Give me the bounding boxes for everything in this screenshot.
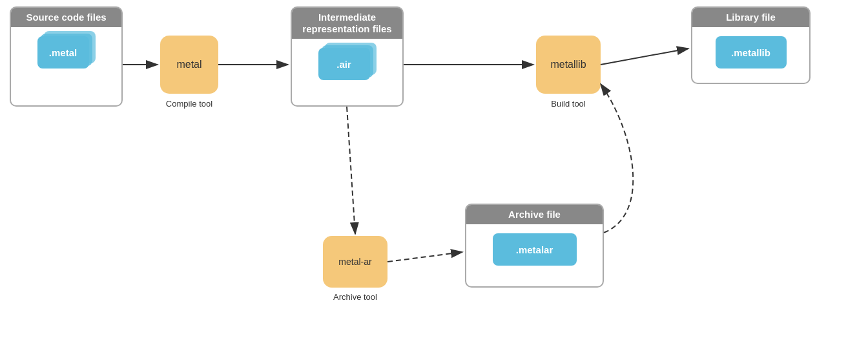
ir-files-title: Intermediate representation files xyxy=(292,8,402,39)
source-file-stack: .metal xyxy=(37,36,96,75)
build-tool-box: metallib xyxy=(536,36,601,94)
ir-file-stack: .air xyxy=(318,48,377,87)
source-files-title: Source code files xyxy=(11,8,121,27)
arrow-archive-tool-to-archive-file xyxy=(388,252,462,262)
arrow-build-to-library xyxy=(601,48,688,65)
arrow-ir-to-archive-tool xyxy=(347,107,355,234)
arrow-archive-to-build xyxy=(601,84,633,233)
ir-files-box: Intermediate representation files .air xyxy=(291,6,404,107)
ir-file-card-front: .air xyxy=(318,48,370,80)
archive-tool-box: metal-ar xyxy=(323,236,388,288)
library-file-box: Library file .metallib xyxy=(691,6,811,84)
archive-file-title: Archive file xyxy=(466,205,603,224)
source-file-card-front: .metal xyxy=(37,36,89,69)
archive-file-card: .metalar xyxy=(493,233,577,266)
diagram-container: Source code files .metal Intermediate re… xyxy=(0,0,868,349)
build-tool-label: Build tool xyxy=(533,99,604,109)
source-files-box: Source code files .metal xyxy=(10,6,123,107)
compile-tool-box: metal xyxy=(160,36,218,94)
compile-tool-label: Compile tool xyxy=(157,99,222,109)
library-file-card: .metallib xyxy=(716,36,787,69)
archive-tool-label: Archive tool xyxy=(316,292,394,302)
archive-file-box: Archive file .metalar xyxy=(465,204,604,288)
library-file-title: Library file xyxy=(692,8,809,27)
